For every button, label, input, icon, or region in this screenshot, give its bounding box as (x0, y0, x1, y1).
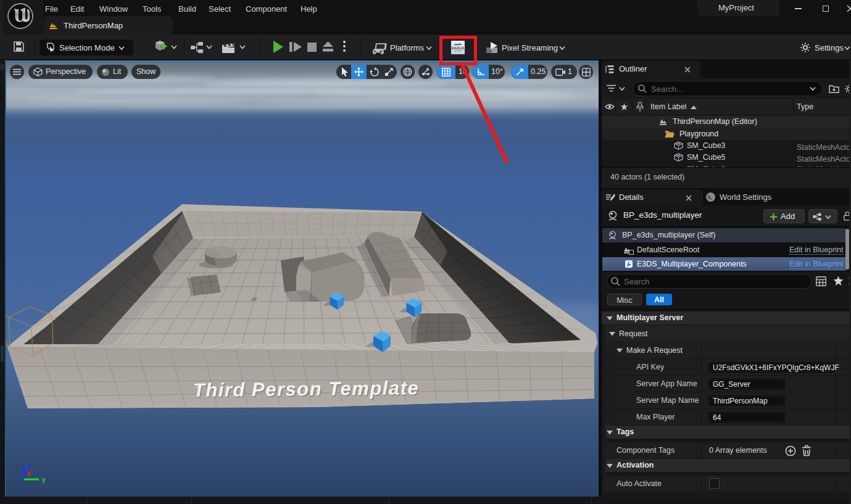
svg-text:X: X (27, 470, 31, 477)
svg-text:Y: Y (41, 477, 46, 484)
svg-text:Third Person Template: Third Person Template (193, 377, 420, 401)
